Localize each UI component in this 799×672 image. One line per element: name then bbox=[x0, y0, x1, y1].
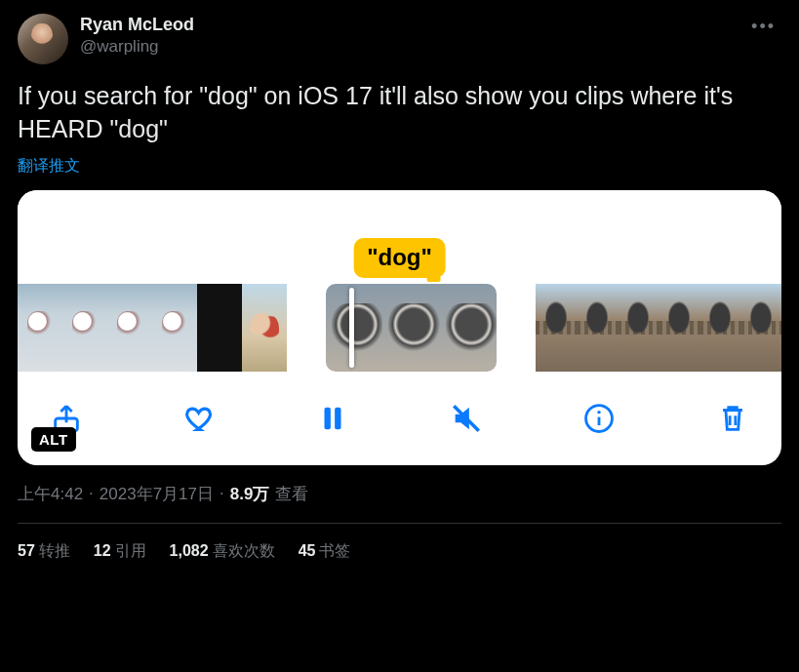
views-label: 查看 bbox=[275, 483, 308, 505]
retweets-stat[interactable]: 57转推 bbox=[18, 541, 70, 562]
tweet-container: Ryan McLeod @warpling ••• If you search … bbox=[0, 0, 799, 562]
like-button[interactable] bbox=[180, 399, 220, 438]
thumbnail bbox=[152, 284, 197, 372]
tweet-meta: 上午4:42 · 2023年7月17日 · 8.9万 查看 bbox=[18, 483, 781, 505]
info-button[interactable] bbox=[579, 399, 619, 438]
mute-button[interactable] bbox=[447, 399, 486, 438]
bookmarks-count: 45 bbox=[299, 542, 316, 559]
clip-group-3[interactable] bbox=[536, 284, 781, 372]
author-name-block[interactable]: Ryan McLeod @warpling bbox=[80, 14, 194, 57]
quotes-label: 引用 bbox=[115, 542, 146, 559]
playhead[interactable] bbox=[349, 288, 354, 368]
tweet-header: Ryan McLeod @warpling ••• bbox=[18, 14, 781, 64]
bookmarks-stat[interactable]: 45书签 bbox=[299, 541, 351, 562]
thumbnail bbox=[107, 284, 152, 372]
clip-group-2[interactable] bbox=[326, 284, 497, 372]
translate-link[interactable]: 翻译推文 bbox=[18, 156, 781, 177]
svg-point-4 bbox=[598, 410, 601, 413]
thumbnail bbox=[242, 284, 287, 372]
quotes-stat[interactable]: 12引用 bbox=[94, 541, 146, 562]
stats-line: 57转推 12引用 1,082喜欢次数 45书签 bbox=[18, 524, 781, 562]
thumbnail bbox=[440, 284, 497, 372]
bookmarks-label: 书签 bbox=[319, 542, 350, 559]
quotes-count: 12 bbox=[94, 542, 111, 559]
video-timeline[interactable] bbox=[18, 284, 781, 377]
thumbnail bbox=[536, 284, 577, 372]
thumbnail bbox=[618, 284, 659, 372]
views-count: 8.9万 bbox=[230, 483, 270, 505]
search-tooltip-text: "dog" bbox=[367, 244, 432, 270]
thumbnail bbox=[326, 284, 382, 372]
speaker-muted-icon bbox=[450, 402, 483, 435]
thumbnail bbox=[577, 284, 618, 372]
tweet-date[interactable]: 2023年7月17日 bbox=[100, 483, 214, 505]
retweets-count: 57 bbox=[18, 542, 35, 559]
thumbnail bbox=[382, 284, 439, 372]
thumbnail bbox=[699, 284, 740, 372]
tooltip-tick bbox=[427, 276, 441, 282]
thumbnail bbox=[197, 284, 242, 372]
tweet-text: If you search for "dog" on iOS 17 it'll … bbox=[18, 80, 781, 146]
media-top-area: "dog" bbox=[18, 190, 781, 284]
heart-icon bbox=[183, 402, 217, 435]
tweet-time[interactable]: 上午4:42 bbox=[18, 483, 83, 505]
likes-stat[interactable]: 1,082喜欢次数 bbox=[170, 541, 275, 562]
svg-rect-1 bbox=[325, 407, 331, 429]
thumbnail bbox=[62, 284, 107, 372]
media-toolbar bbox=[18, 377, 781, 465]
author-display-name: Ryan McLeod bbox=[80, 14, 194, 36]
alt-badge[interactable]: ALT bbox=[31, 427, 76, 452]
delete-button[interactable] bbox=[713, 399, 752, 438]
trash-icon bbox=[716, 402, 749, 435]
more-button[interactable]: ••• bbox=[745, 14, 781, 40]
media-card[interactable]: "dog" bbox=[18, 190, 781, 465]
retweets-label: 转推 bbox=[39, 542, 70, 559]
author-handle: @warpling bbox=[80, 36, 194, 57]
likes-label: 喜欢次数 bbox=[213, 542, 275, 559]
pause-icon bbox=[316, 402, 349, 435]
search-tooltip: "dog" bbox=[353, 238, 446, 278]
pause-button[interactable] bbox=[313, 399, 352, 438]
more-icon: ••• bbox=[751, 17, 776, 36]
avatar[interactable] bbox=[18, 14, 68, 64]
thumbnail bbox=[18, 284, 62, 372]
svg-rect-2 bbox=[335, 407, 340, 429]
likes-count: 1,082 bbox=[170, 542, 209, 559]
thumbnail bbox=[740, 284, 781, 372]
info-icon bbox=[582, 402, 616, 435]
clip-group-1[interactable] bbox=[18, 284, 287, 372]
thumbnail bbox=[659, 284, 699, 372]
